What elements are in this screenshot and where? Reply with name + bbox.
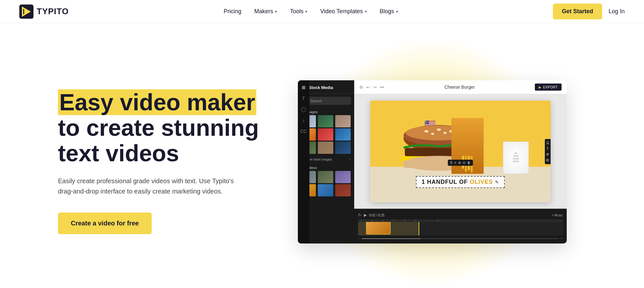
- chevron-down-icon: ▾: [365, 9, 367, 14]
- hero-section: Easy video maker to create stunning text…: [0, 23, 644, 288]
- delete-text-icon[interactable]: 🗑: [467, 161, 470, 164]
- editor-title: Cheese Burger: [444, 84, 475, 90]
- video-thumb-5[interactable]: [318, 184, 333, 196]
- zoom-plus-icon[interactable]: +: [561, 237, 563, 240]
- editor-canvas: 🇺🇸: [354, 94, 567, 209]
- hero-headline: Easy video maker to create stunning text…: [58, 90, 259, 166]
- app-screenshot: ⊞ T ◯ ♪ CC ⊞ Stock Media 🔍 Search ▼ Im: [298, 80, 567, 243]
- logo[interactable]: TYPITO: [19, 5, 69, 19]
- cta-button[interactable]: Create a video for free: [58, 213, 152, 234]
- bold-icon[interactable]: B: [450, 161, 452, 164]
- video-thumb-3[interactable]: [335, 171, 351, 183]
- get-started-button[interactable]: Get Started: [553, 4, 602, 19]
- chevron-down-icon: ▾: [396, 9, 398, 14]
- svg-rect-2: [23, 9, 24, 14]
- edit-icon: ✎: [495, 180, 499, 185]
- media-icon[interactable]: ⊞: [302, 85, 306, 90]
- image-thumb-2[interactable]: [318, 115, 333, 127]
- timeline-controls: ↻ ▶ 0:02 / 0:25 + Music: [354, 212, 567, 219]
- tool-icon-4[interactable]: ⊞: [546, 158, 549, 162]
- settings-icon[interactable]: ⚙: [359, 85, 363, 90]
- music-icon[interactable]: ♪: [302, 118, 305, 123]
- svg-point-10: [443, 132, 446, 134]
- nav-makers[interactable]: Makers ▾: [254, 8, 277, 15]
- olives-text: OLIVES: [470, 179, 493, 185]
- timeline-zoom: − +: [354, 235, 567, 241]
- italic-icon[interactable]: ≡: [454, 161, 456, 164]
- app-editor: ⚙ ↩ ↪ ••• Cheese Burger ▶ EXPORT: [354, 80, 567, 243]
- more-icon[interactable]: •••: [380, 85, 384, 90]
- text-format-toolbar: B ≡ ⊕ ⊖ 🗑: [448, 160, 473, 166]
- export-button[interactable]: ▶ EXPORT: [535, 84, 561, 91]
- login-button[interactable]: Log In: [609, 8, 625, 15]
- food-scene: 🇺🇸: [370, 101, 551, 202]
- zoom-bar: [362, 238, 559, 239]
- svg-point-6: [424, 130, 428, 133]
- hero-headline-line2: to create stunning: [58, 115, 259, 141]
- timeline-play-icon[interactable]: ▶: [364, 213, 367, 217]
- nav-pricing[interactable]: Pricing: [223, 8, 241, 15]
- captions-icon[interactable]: CC: [300, 129, 307, 134]
- video-thumb-2[interactable]: [318, 171, 333, 183]
- editor-timeline: ↻ ▶ 0:02 / 0:25 + Music 1 2: [354, 209, 567, 243]
- canvas-content: 🇺🇸: [370, 101, 551, 202]
- hero-subtext: Easily create professional grade videos …: [58, 176, 238, 196]
- tool-icon-3[interactable]: ⊕: [546, 152, 549, 156]
- video-thumb-6[interactable]: [335, 184, 351, 196]
- timeline-loop-icon[interactable]: ↻: [358, 213, 361, 217]
- sidebar-title: Stock Media: [309, 85, 333, 90]
- image-thumb-6[interactable]: [335, 128, 351, 141]
- chevron-right-icon: ›: [349, 158, 350, 161]
- chevron-down-icon: ▾: [305, 9, 307, 14]
- export-label: EXPORT: [543, 85, 557, 89]
- tool-icon-1[interactable]: ☰: [546, 141, 549, 145]
- search-placeholder: Search: [311, 99, 322, 103]
- hero-headline-line3: text videos: [58, 140, 179, 166]
- zoom-minus-icon[interactable]: −: [358, 237, 360, 240]
- shapes-icon[interactable]: ◯: [301, 107, 306, 112]
- redo-icon[interactable]: ↪: [373, 85, 377, 90]
- nav-actions: Get Started Log In: [553, 4, 625, 19]
- editor-header: ⚙ ↩ ↪ ••• Cheese Burger ▶ EXPORT: [354, 80, 567, 94]
- music-add-button[interactable]: + Music: [552, 214, 563, 217]
- svg-point-7: [437, 128, 441, 131]
- nav-video-templates[interactable]: Video Templates ▾: [320, 8, 366, 15]
- nav-tools[interactable]: Tools ▾: [290, 8, 307, 15]
- cup-element: PAINDEPENDENCE: [503, 142, 529, 174]
- app-sidebar-container: ⊞ T ◯ ♪ CC ⊞ Stock Media 🔍 Search ▼ Im: [298, 80, 354, 243]
- undo-icon[interactable]: ↩: [366, 85, 370, 90]
- image-thumb-3[interactable]: [335, 115, 351, 127]
- image-thumb-9[interactable]: [335, 142, 351, 154]
- navbar: TYPITO Pricing Makers ▾ Tools ▾ Video Te…: [0, 0, 644, 23]
- nav-links: Pricing Makers ▾ Tools ▾ Video Templates…: [223, 8, 398, 15]
- timeline-time: 0:02 / 0:25: [369, 214, 384, 217]
- hero-content: Easy video maker to create stunning text…: [58, 90, 259, 234]
- nav-blogs[interactable]: Blogs ▾: [380, 8, 398, 15]
- image-thumb-5[interactable]: [318, 128, 333, 141]
- canvas-text-overlay[interactable]: 1 HANDFUL OF OLIVES ✎: [416, 176, 505, 188]
- timeline-track[interactable]: 1 2 3 4 5 6 7 8: [358, 219, 563, 235]
- svg-point-9: [431, 133, 434, 135]
- logo-text: TYPITO: [37, 6, 69, 16]
- hero-visual: ⊞ T ◯ ♪ CC ⊞ Stock Media 🔍 Search ▼ Im: [259, 49, 605, 275]
- image-thumb-8[interactable]: [318, 142, 333, 154]
- sidebar-icon-strip: ⊞ T ◯ ♪ CC: [298, 80, 309, 243]
- editor-header-controls: ⚙ ↩ ↪ •••: [359, 85, 384, 90]
- zoom-out-icon[interactable]: ⊖: [463, 161, 465, 164]
- export-icon: ▶: [539, 85, 541, 89]
- zoom-handle: [362, 238, 421, 239]
- chevron-down-icon: ▾: [275, 9, 277, 14]
- tool-icon-2[interactable]: T: [546, 147, 549, 151]
- hero-headline-highlight: Easy video maker: [58, 89, 256, 115]
- timeline-thumbnail: [366, 220, 391, 234]
- canvas-toolbar: ☰ T ⊕ ⊞: [545, 139, 551, 164]
- thumb-inner: [366, 221, 390, 234]
- zoom-in-icon[interactable]: ⊕: [458, 161, 461, 164]
- text-icon[interactable]: T: [302, 96, 305, 101]
